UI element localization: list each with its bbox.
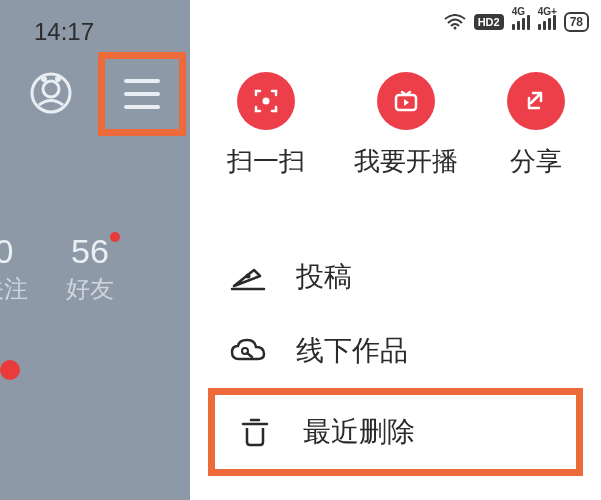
menu-button-highlight [98,52,186,136]
trash-icon [235,416,275,448]
action-label: 扫一扫 [227,144,305,179]
stat-num: 0 [0,232,28,271]
svg-point-3 [55,76,61,82]
svg-point-7 [246,274,251,279]
action-label: 我要开播 [354,144,458,179]
action-label: 分享 [510,144,562,179]
menu-list: 投稿 线下作品 最近删除 [208,240,583,476]
hamburger-menu-icon[interactable] [124,79,160,109]
svg-point-5 [262,98,269,105]
wifi-icon [444,14,466,30]
scan-icon [237,72,295,130]
stat-label: 好友 [66,273,114,305]
menu-label: 线下作品 [296,332,408,370]
menu-offline-works[interactable]: 线下作品 [208,314,583,388]
live-icon [377,72,435,130]
share-action[interactable]: 分享 [507,72,565,179]
share-icon [507,72,565,130]
status-time: 14:17 [34,18,94,46]
signal-2: 4G+ [538,15,556,30]
svg-point-2 [41,76,47,82]
battery-level: 78 [570,15,583,29]
menu-label: 投稿 [296,258,352,296]
menu-label: 最近删除 [303,413,415,451]
signal-bars-icon [512,15,530,30]
notification-dot-icon [110,232,120,242]
menu-recent-delete-highlight[interactable]: 最近删除 [208,388,583,476]
hd2-badge: HD2 [474,14,504,30]
svg-point-1 [43,81,59,97]
avatar-icon[interactable] [30,72,72,114]
submit-icon [228,262,268,292]
stat-label: 关注 [0,273,28,305]
menu-submit[interactable]: 投稿 [208,240,583,314]
stat-num: 56 [66,232,114,271]
scan-action[interactable]: 扫一扫 [227,72,305,179]
status-bar-right: HD2 4G 4G+ 78 [444,12,589,32]
battery-indicator: 78 [564,12,589,32]
stat-follow[interactable]: 0 关注 [0,232,28,305]
notification-dot-icon [0,360,20,380]
profile-sidebar: 14:17 0 关注 56 好友 [0,0,190,500]
svg-point-4 [453,27,456,30]
signal-label: 4G [512,6,525,17]
menu-panel: HD2 4G 4G+ 78 扫一扫 [190,0,601,500]
signal-bars-icon [538,15,556,30]
signal-1: 4G [512,15,530,30]
quick-actions-row: 扫一扫 我要开播 分享 [190,72,601,179]
stat-friends[interactable]: 56 好友 [66,232,114,305]
cloud-icon [228,337,268,365]
stats-row: 0 关注 56 好友 [0,232,114,305]
live-action[interactable]: 我要开播 [354,72,458,179]
signal-label: 4G+ [538,6,557,17]
svg-line-10 [247,353,252,357]
